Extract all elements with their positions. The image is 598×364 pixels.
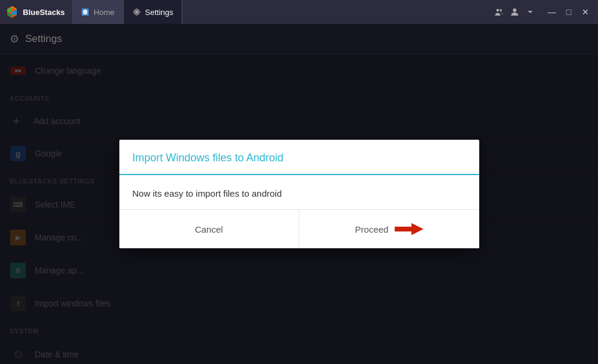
svg-marker-14: [411, 223, 423, 235]
dialog-title: Import Windows files to Android: [119, 140, 479, 175]
dropdown-icon[interactable]: [525, 7, 536, 17]
maximize-button[interactable]: □: [561, 4, 576, 20]
profile-icon[interactable]: [509, 7, 520, 17]
proceed-button[interactable]: Proceed: [299, 210, 479, 248]
close-icon: ✕: [582, 7, 589, 17]
main-content: ⚙ Settings ■■ Change language ACCOUNTS +: [0, 24, 598, 364]
group-icon[interactable]: [494, 7, 504, 17]
settings-panel: ⚙ Settings ■■ Change language ACCOUNTS +: [0, 24, 598, 364]
tab-settings[interactable]: Settings: [124, 0, 182, 24]
svg-marker-12: [528, 11, 533, 13]
settings-tab-icon: [132, 7, 142, 17]
cancel-button[interactable]: Cancel: [119, 210, 300, 248]
minimize-icon: —: [548, 7, 556, 17]
home-tab-icon: [80, 7, 90, 17]
bluestacks-logo-icon: [5, 5, 19, 19]
settings-tab-label: Settings: [145, 8, 173, 17]
proceed-label: Proceed: [355, 224, 389, 234]
home-tab-label: Home: [94, 8, 115, 17]
maximize-icon: □: [566, 7, 571, 17]
chevron-down-icon: [525, 7, 535, 17]
window-controls: — □ ✕: [544, 4, 593, 20]
svg-rect-6: [83, 11, 88, 14]
close-button[interactable]: ✕: [578, 4, 593, 20]
red-arrow-icon: [395, 221, 423, 237]
dialog-body: Now its easy to import files to android: [119, 175, 479, 209]
svg-point-11: [513, 8, 516, 12]
dialog-box: Import Windows files to Android Now its …: [119, 140, 479, 248]
titlebar: BlueStacks Home Settings: [0, 0, 598, 24]
svg-point-9: [497, 9, 500, 12]
dialog-overlay: Import Windows files to Android Now its …: [0, 24, 598, 364]
titlebar-controls: — □ ✕: [494, 4, 593, 20]
app-name-label: BlueStacks: [23, 8, 65, 17]
users-icon: [494, 5, 504, 19]
tab-home[interactable]: Home: [72, 0, 124, 24]
svg-rect-13: [395, 227, 414, 231]
minimize-button[interactable]: —: [544, 4, 560, 20]
account-icon: [509, 6, 520, 18]
dialog-actions: Cancel Proceed: [119, 209, 479, 248]
svg-point-10: [500, 9, 502, 11]
app-logo: BlueStacks: [5, 5, 65, 19]
